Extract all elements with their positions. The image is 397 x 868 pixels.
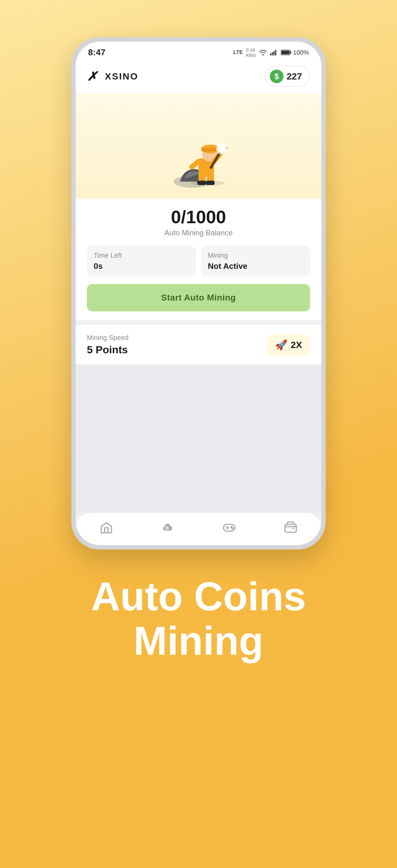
status-icons: LTE 0.16KB/s xyxy=(233,47,309,58)
balance-amount: 227 xyxy=(287,71,302,82)
speed-card: Mining Speed 5 Points 🚀 2X xyxy=(76,325,321,365)
games-icon xyxy=(221,520,237,536)
svg-rect-0 xyxy=(270,53,271,55)
svg-rect-14 xyxy=(206,181,214,185)
content-area xyxy=(76,365,321,513)
logo-text: XSINO xyxy=(105,71,138,82)
boost-badge[interactable]: 🚀 2X xyxy=(267,334,310,356)
time-mining-row: Time Left 0s Mining Not Active xyxy=(87,246,310,277)
mining-stats: 0/1000 Auto Mining Balance Time Left 0s … xyxy=(76,199,321,320)
page-title: Auto Coins Mining xyxy=(91,574,306,663)
svg-text:B: B xyxy=(166,526,169,531)
home-icon xyxy=(98,520,114,536)
rocket-icon: 🚀 xyxy=(275,339,288,351)
balance-fraction: 0/1000 xyxy=(87,208,310,226)
svg-rect-5 xyxy=(290,51,291,54)
time-left-label: Time Left xyxy=(94,251,189,259)
logo: ✗ XSINO xyxy=(87,70,138,83)
dollar-icon: $ xyxy=(270,69,284,83)
wallet-icon xyxy=(283,520,299,536)
app-header: ✗ XSINO $ 227 xyxy=(76,61,321,93)
svg-rect-3 xyxy=(275,50,276,56)
svg-rect-6 xyxy=(281,51,289,54)
page-title-line1: Auto Coins xyxy=(91,574,306,619)
mining-status-value: Not Active xyxy=(208,261,303,271)
bottom-nav: B xyxy=(76,513,321,545)
speed-indicator: 0.16KB/s xyxy=(246,47,256,58)
svg-rect-13 xyxy=(197,181,206,185)
mining-status-label: Mining xyxy=(208,251,303,259)
miner-character xyxy=(167,118,230,192)
status-time: 8:47 xyxy=(88,48,105,57)
nav-games[interactable] xyxy=(214,520,245,536)
speed-value: 5 Points xyxy=(87,344,129,356)
svg-line-19 xyxy=(192,161,199,167)
battery-indicator: 100% xyxy=(281,49,309,56)
svg-point-26 xyxy=(232,528,233,529)
page-title-line2: Mining xyxy=(91,619,306,663)
phone-frame: 8:47 LTE 0.16KB/s xyxy=(71,37,326,550)
network-icon: LTE xyxy=(233,49,243,56)
speed-info: Mining Speed 5 Points xyxy=(87,334,129,356)
start-mining-button[interactable]: Start Auto Mining xyxy=(87,284,310,311)
balance-label: Auto Mining Balance xyxy=(87,228,310,237)
status-bar: 8:47 LTE 0.16KB/s xyxy=(76,41,321,61)
mining-status-box: Mining Not Active xyxy=(201,246,310,277)
balance-badge[interactable]: $ 227 xyxy=(265,66,310,87)
phone-screen: 8:47 LTE 0.16KB/s xyxy=(76,41,321,545)
svg-rect-2 xyxy=(273,51,275,55)
mining-balance-display: 0/1000 xyxy=(87,208,310,226)
wifi-icon xyxy=(259,49,267,56)
time-left-value: 0s xyxy=(94,261,189,271)
mining-illustration xyxy=(76,93,321,199)
mining-icon: B xyxy=(160,520,176,536)
nav-home[interactable] xyxy=(91,520,122,536)
svg-rect-1 xyxy=(272,52,273,56)
svg-point-22 xyxy=(218,145,226,153)
nav-wallet[interactable] xyxy=(275,520,306,536)
svg-text:✗: ✗ xyxy=(87,70,98,83)
time-left-box: Time Left 0s xyxy=(87,246,196,277)
speed-label: Mining Speed xyxy=(87,334,129,342)
logo-icon: ✗ xyxy=(87,70,104,83)
nav-mining[interactable]: B xyxy=(152,520,183,536)
boost-label: 2X xyxy=(291,340,302,350)
signal-icon xyxy=(270,49,277,56)
